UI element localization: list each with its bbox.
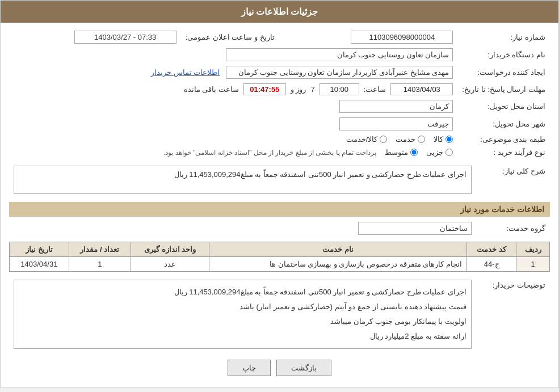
cell-name: انجام کارهای متفرقه درخصوص بازسازی و بهس…	[209, 257, 467, 272]
ostan-label: استان محل تحویل:	[457, 98, 550, 115]
ostan-value: کرمان	[9, 98, 457, 115]
col-name: نام خدمت	[209, 242, 467, 257]
radio-mottaset[interactable]: متوسط	[385, 148, 418, 157]
noeFarayand-row: جزیی متوسط پرداخت تمام یا بخشی از مبلغ خ…	[9, 146, 457, 159]
col-tedad: تعداد / مقدار	[69, 242, 131, 257]
shahr-label: شهر محل تحویل:	[457, 115, 550, 133]
cell-tarikh: 1403/04/31	[10, 257, 69, 272]
mohlat-row: 1403/04/03 ساعت: 10:00 7 روز و 01:47:55 …	[9, 81, 457, 98]
radio-khadamat[interactable]: خدمت	[396, 135, 425, 144]
tarikh-label: تاریخ و ساعت اعلان عمومی:	[181, 28, 286, 46]
shahr-value: جیرفت	[9, 115, 457, 133]
ettelaat-link[interactable]: اطلاعات تماس خریدار	[151, 68, 220, 77]
groupKhadamat-label: گروه خدمت:	[476, 220, 550, 237]
cell-radif: 1	[516, 257, 550, 272]
shomareNiaz-value: 1103096098000004	[286, 28, 458, 46]
col-tarikh: تاریخ نیاز	[10, 242, 69, 257]
sharhkoli-value: اجرای عملیات طرح حصارکشی و تعمیر انبار 5…	[9, 163, 476, 196]
radio-jozei[interactable]: جزیی	[426, 148, 453, 157]
radio-kala[interactable]: کالا	[434, 135, 453, 144]
back-button[interactable]: بازگشت	[276, 360, 331, 376]
radio-kala-khadamat[interactable]: کالا/خدمت	[346, 135, 388, 144]
col-kod: کد خدمت	[466, 242, 516, 257]
tawzih-content: اجرای عملیات طرح حصارکشی و تعمیر انبار 5…	[9, 277, 476, 351]
tabaqebandi-row: کالا خدمت کالا/خدمت	[9, 133, 457, 146]
tarikh-value: 1403/03/27 - 07:33	[9, 28, 181, 46]
table-row: 1 ج-44 انجام کارهای متفرقه درخصوص بازساز…	[10, 257, 550, 272]
mohlat-label: مهلت ارسال پاسخ: تا تاریخ:	[457, 81, 550, 98]
noeFarayand-label: نوع فرآیند خرید :	[457, 146, 550, 159]
cell-kod: ج-44	[466, 257, 516, 272]
print-button[interactable]: چاپ	[228, 360, 271, 376]
ijadKonande-value: مهدی مشایخ عنبرآبادی کاربردار سازمان تعا…	[9, 64, 457, 81]
namDastgah-label: نام دستگاه خریدار:	[457, 46, 550, 64]
page-header: جزئیات اطلاعات نیاز	[1, 1, 558, 23]
buttons-row: بازگشت چاپ	[9, 360, 550, 376]
sharhkoli-label: شرح کلی نیاز:	[476, 163, 550, 196]
farayand-description: پرداخت تمام یا بخشی از مبلغ خریدار از مح…	[163, 149, 376, 157]
section2-title: اطلاعات خدمات مورد نیاز	[9, 202, 550, 217]
namDastgah-value: سازمان تعاون روستایی جنوب کرمان	[9, 46, 457, 64]
ijadKonande-label: ایجاد کننده درخواست:	[457, 64, 550, 81]
header-title: جزئیات اطلاعات نیاز	[241, 7, 318, 16]
col-vahed: واحد اندازه گیری	[131, 242, 209, 257]
shomareNiaz-label: شماره نیاز:	[457, 28, 550, 46]
cell-tedad: 1	[69, 257, 131, 272]
tawzih-label: توضیحات خریدار:	[476, 277, 550, 351]
groupKhadamat-value: ساختمان	[9, 220, 476, 237]
cell-vahed: عدد	[131, 257, 209, 272]
col-radif: ردیف	[516, 242, 550, 257]
tabaqebandi-label: طبقه بندی موضوعی:	[457, 133, 550, 146]
